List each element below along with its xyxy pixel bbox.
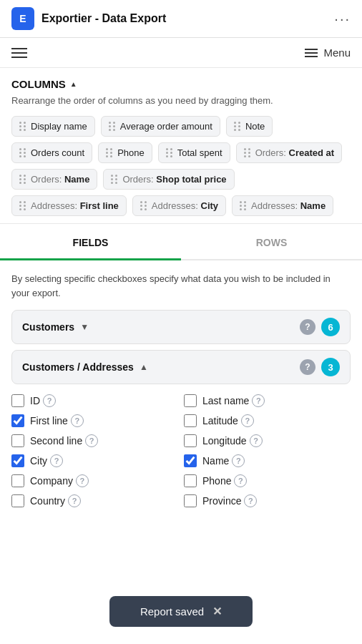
columns-title: COLUMNS: [11, 78, 66, 90]
field-first-line-checkbox[interactable]: [11, 414, 24, 427]
field-longitude-checkbox[interactable]: [184, 434, 197, 447]
customers-addresses-chevron-icon: ▲: [140, 362, 148, 372]
more-options-button[interactable]: ···: [334, 11, 351, 27]
field-name-label[interactable]: Name ?: [202, 454, 245, 467]
field-latitude: Latitude ?: [184, 414, 351, 427]
column-chip-orders-count[interactable]: Orders count: [11, 142, 92, 163]
toast-close-button[interactable]: ✕: [212, 605, 222, 618]
field-city-help-icon[interactable]: ?: [50, 454, 63, 467]
hamburger-icon[interactable]: [11, 48, 27, 58]
field-id-help-icon[interactable]: ?: [43, 394, 56, 407]
drag-handle-icon: [19, 175, 26, 184]
field-first-line-label[interactable]: First line ?: [30, 414, 84, 427]
column-chip-addresses-city[interactable]: Addresses: City: [132, 195, 226, 216]
drag-handle-icon: [19, 122, 26, 131]
fields-description: By selecting specific checkboxes specify…: [11, 272, 351, 300]
field-second-line-help-icon[interactable]: ?: [85, 434, 98, 447]
columns-collapse-icon: ▲: [70, 80, 77, 88]
field-latitude-label[interactable]: Latitude ?: [202, 414, 254, 427]
field-name-checkbox[interactable]: [184, 454, 197, 467]
field-company-label[interactable]: Company ?: [30, 474, 89, 487]
drag-handle-icon: [140, 201, 147, 210]
nav-bar: Menu: [0, 38, 362, 68]
customers-addresses-group-label-container: Customers / Addresses ▲: [22, 361, 148, 373]
field-country-label[interactable]: Country ?: [30, 494, 81, 507]
field-city-checkbox[interactable]: [11, 454, 24, 467]
field-province-label[interactable]: Province ?: [202, 494, 257, 507]
column-chip-addresses-first-line[interactable]: Addresses: First line: [11, 195, 127, 216]
column-chip-avg-order[interactable]: Average order amount: [101, 116, 220, 137]
field-city: City ?: [11, 454, 178, 467]
column-chip-orders-name[interactable]: Orders: Name: [11, 169, 97, 190]
drag-handle-icon: [244, 148, 251, 157]
toast-message: Report saved: [140, 605, 204, 618]
customers-group-label-container: Customers ▼: [22, 321, 89, 333]
customers-addresses-help-icon[interactable]: ?: [300, 359, 315, 375]
field-last-name-help-icon[interactable]: ?: [252, 394, 265, 407]
drag-handle-icon: [166, 148, 173, 157]
tab-rows[interactable]: ROWS: [181, 227, 362, 260]
field-name-help-icon[interactable]: ?: [232, 454, 245, 467]
field-last-name: Last name ?: [184, 394, 351, 407]
field-country-help-icon[interactable]: ?: [68, 494, 81, 507]
field-phone-help-icon[interactable]: ?: [234, 474, 247, 487]
field-phone: Phone ?: [184, 474, 351, 487]
column-chip-orders-shop-total[interactable]: Orders: Shop total price: [103, 169, 234, 190]
menu-lines-icon: [305, 49, 318, 57]
columns-section: COLUMNS ▲ Rearrange the order of columns…: [0, 68, 362, 224]
field-second-line-label[interactable]: Second line ?: [30, 434, 98, 447]
columns-chips-container: Display name Average order amount Note O…: [11, 116, 351, 216]
customers-addresses-group-label: Customers / Addresses: [22, 361, 134, 373]
drag-handle-icon: [240, 201, 247, 210]
drag-handle-icon: [19, 148, 26, 157]
field-company-help-icon[interactable]: ?: [76, 474, 89, 487]
field-second-line-checkbox[interactable]: [11, 434, 24, 447]
field-latitude-help-icon[interactable]: ?: [241, 414, 254, 427]
toast-notification: Report saved ✕: [109, 596, 253, 627]
app-icon: E: [11, 7, 34, 30]
drag-handle-icon: [111, 175, 118, 184]
field-first-line: First line ?: [11, 414, 178, 427]
customers-group-header[interactable]: Customers ▼ ? 6: [11, 310, 351, 344]
field-latitude-checkbox[interactable]: [184, 414, 197, 427]
field-phone-label[interactable]: Phone ?: [202, 474, 247, 487]
field-company: Company ?: [11, 474, 178, 487]
field-city-label[interactable]: City ?: [30, 454, 63, 467]
customers-help-icon[interactable]: ?: [300, 319, 315, 335]
tabs-container: FIELDS ROWS: [0, 227, 362, 260]
column-chip-phone[interactable]: Phone: [98, 142, 152, 163]
field-province-help-icon[interactable]: ?: [244, 494, 257, 507]
fields-section: By selecting specific checkboxes specify…: [0, 260, 362, 517]
customers-addresses-count-badge: 3: [321, 358, 340, 376]
field-company-checkbox[interactable]: [11, 474, 24, 487]
app-header: E Exportier - Data Export ···: [0, 0, 362, 38]
column-chip-orders-created-at[interactable]: Orders: Created at: [236, 142, 343, 163]
field-second-line: Second line ?: [11, 434, 178, 447]
field-longitude-label[interactable]: Longitude ?: [202, 434, 263, 447]
customers-addresses-group-header[interactable]: Customers / Addresses ▲ ? 3: [11, 350, 351, 384]
field-country-checkbox[interactable]: [11, 494, 24, 507]
customers-count-badge: 6: [321, 318, 340, 336]
field-id-label[interactable]: ID ?: [30, 394, 56, 407]
field-last-name-checkbox[interactable]: [184, 394, 197, 407]
field-first-line-help-icon[interactable]: ?: [71, 414, 84, 427]
field-id: ID ?: [11, 394, 178, 407]
customers-group-label: Customers: [22, 321, 74, 333]
column-chip-display-name[interactable]: Display name: [11, 116, 95, 137]
field-longitude-help-icon[interactable]: ?: [250, 434, 263, 447]
field-id-checkbox[interactable]: [11, 394, 24, 407]
tab-fields[interactable]: FIELDS: [0, 227, 181, 260]
columns-header[interactable]: COLUMNS ▲: [11, 78, 351, 90]
field-phone-checkbox[interactable]: [184, 474, 197, 487]
field-last-name-label[interactable]: Last name ?: [202, 394, 265, 407]
addresses-fields-grid: ID ? Last name ? First line ? Latitude ?: [11, 390, 351, 517]
column-chip-total-spent[interactable]: Total spent: [158, 142, 230, 163]
field-province-checkbox[interactable]: [184, 494, 197, 507]
menu-button[interactable]: Menu: [305, 47, 351, 59]
drag-handle-icon: [234, 122, 241, 131]
column-chip-addresses-name[interactable]: Addresses: Name: [232, 195, 333, 216]
field-name: Name ?: [184, 454, 351, 467]
field-province: Province ?: [184, 494, 351, 507]
drag-handle-icon: [19, 201, 26, 210]
column-chip-note[interactable]: Note: [226, 116, 273, 137]
